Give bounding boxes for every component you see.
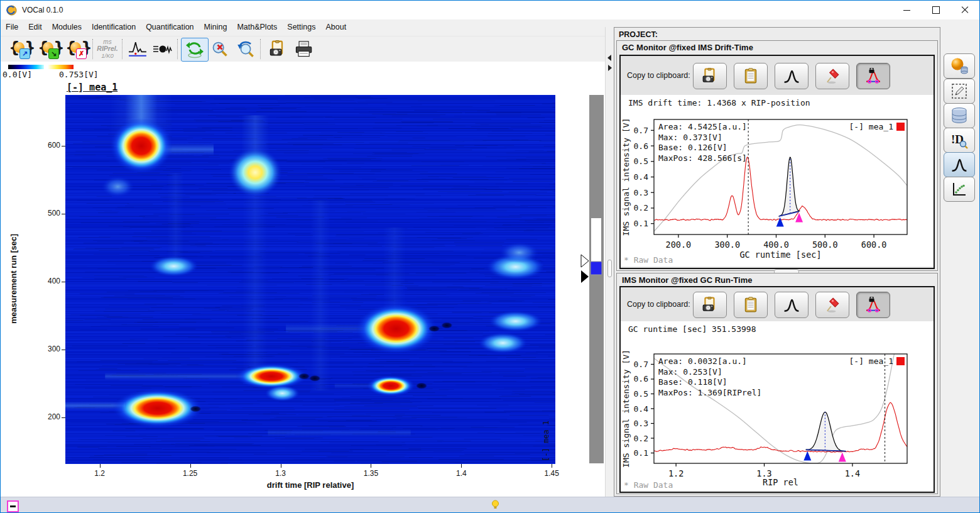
gc-monitor-box: Copy to clipboard: IMS drift time: 1.436… [619, 55, 935, 269]
menu-file[interactable]: File [1, 21, 23, 33]
svg-text:1.4: 1.4 [845, 468, 860, 478]
ims-spectrum-plot[interactable]: 0.10.20.30.40.50.60.71.21.31.4RIP relIMS… [621, 321, 934, 492]
slider-track[interactable] [589, 95, 604, 463]
svg-text:[-] mea_1: [-] mea_1 [849, 122, 893, 131]
title-bar: VOCal 0.1.0 [1, 1, 979, 19]
tick-label: 300 [36, 345, 60, 353]
svg-text:Area: 0.0032[a.u.]: Area: 0.0032[a.u.] [658, 356, 747, 366]
heatmap-title: [-] mea_1 [67, 82, 117, 93]
module-tab-strip: !D [941, 27, 979, 497]
tab-calibration[interactable] [944, 177, 975, 202]
upper-range-marker[interactable] [581, 255, 589, 267]
tick-mark [100, 464, 101, 468]
gc-ims-heatmap[interactable] [65, 95, 555, 464]
gc-lock-peak-button[interactable] [856, 63, 890, 89]
ims-plot-area[interactable]: GC runtime [sec] 351.53998 0.10.20.30.40… [621, 321, 934, 492]
menu-modules[interactable]: Modules [47, 21, 87, 33]
lower-range-marker[interactable] [581, 270, 589, 283]
maximize-button[interactable] [922, 1, 950, 19]
zoom-cancel-button[interactable] [207, 38, 233, 60]
tick-label: 200 [36, 412, 60, 421]
gc-copy-peak-button[interactable] [775, 63, 808, 89]
menu-mining[interactable]: Mining [199, 21, 232, 33]
tab-monitor-view[interactable] [944, 152, 975, 177]
heatmap-x-axis-label: drift time [RIP relative] [216, 480, 405, 490]
ims-lock-peak-button[interactable] [856, 292, 890, 318]
vocal-window: VOCal 0.1.0 FileEditModulesIdentificatio… [0, 0, 980, 513]
svg-text:GC runtime [sec]: GC runtime [sec] [739, 250, 821, 260]
svg-text:0.3: 0.3 [634, 419, 648, 428]
svg-text:0.1: 0.1 [634, 448, 648, 458]
slider-handle[interactable] [591, 262, 602, 275]
ims-copy-label: Copy to clipboard: [627, 300, 690, 309]
tick-mark [552, 464, 552, 468]
gc-pin-button[interactable] [815, 63, 849, 89]
splitter-grip[interactable] [607, 260, 612, 277]
minimize-button[interactable] [893, 1, 922, 19]
tab-project-data[interactable] [944, 53, 975, 79]
tick-label: 1.4 [447, 469, 475, 478]
svg-text:IMS signal intensity [V]: IMS signal intensity [V] [621, 118, 631, 236]
tick-label: 1.35 [357, 469, 384, 478]
screenshot-clipboard-button[interactable] [264, 38, 291, 60]
print-button[interactable] [290, 38, 317, 60]
toolbar-separator [177, 39, 178, 59]
heatmap-y-axis-label: measurement run [sec] [9, 216, 18, 342]
panel-splitter[interactable] [605, 27, 614, 497]
tab-database[interactable] [944, 103, 975, 128]
svg-text:Max: 0.373[V]: Max: 0.373[V] [658, 133, 722, 142]
spectrum-view-button[interactable] [124, 38, 151, 60]
close-button[interactable] [951, 1, 979, 19]
export-measurement-button[interactable]: {} ↗ [8, 38, 35, 60]
remove-measurement-button[interactable]: {} ✗ [65, 38, 91, 60]
svg-text:600.0: 600.0 [861, 240, 887, 250]
ms-riprel-indicator: ms RIPrel. 1/K0 [95, 37, 120, 61]
ims-monitor-title: IMS Monitor @fixed GC Run-Time [622, 275, 752, 285]
gc-copy-image-button[interactable] [693, 63, 727, 89]
pushpin-icon [824, 68, 841, 84]
calibration-chart-icon [951, 181, 967, 197]
ims-copy-image-button[interactable] [693, 292, 727, 318]
tick-label: 1.2 [86, 469, 114, 478]
gc-chromatogram-plot[interactable]: 0.10.20.30.40.50.60.7200.0300.0400.0500.… [621, 95, 934, 267]
tick-mark [371, 464, 371, 468]
pencil-select-icon [951, 83, 967, 99]
colorbar-max-label: 0.753[V] [59, 70, 99, 79]
peak-icon [783, 68, 800, 84]
import-measurement-button[interactable]: {} ↘ [37, 38, 63, 60]
menu-settings[interactable]: Settings [282, 21, 320, 33]
tab-annotate[interactable] [944, 79, 975, 104]
ims-pin-button[interactable] [815, 292, 849, 318]
camera-clipboard-icon [269, 40, 286, 58]
zoom-undo-icon [237, 40, 254, 58]
tick-mark [62, 350, 65, 350]
menu-math-plots[interactable]: Math&Plots [232, 21, 282, 33]
menu-quantification[interactable]: Quantification [141, 21, 199, 33]
signal-smoothing-button[interactable] [150, 38, 176, 60]
tick-mark [62, 214, 65, 214]
gc-plot-area[interactable]: IMS drift time: 1.4368 x RIP-position 0.… [621, 95, 934, 267]
ims-copy-peak-button[interactable] [775, 292, 808, 318]
ims-monitor-box: Copy to clipboard: GC runtime [sec] 351.… [619, 286, 935, 493]
refresh-view-button[interactable] [181, 38, 209, 62]
tab-identification[interactable]: !D [944, 128, 975, 153]
collapse-right-icon[interactable] [608, 65, 612, 71]
refresh-icon [185, 40, 205, 59]
ims-copy-data-button[interactable] [734, 292, 768, 318]
menu-edit[interactable]: Edit [23, 21, 47, 33]
svg-text:0.5: 0.5 [634, 157, 648, 166]
gc-copy-data-button[interactable] [734, 63, 768, 89]
status-minus-icon[interactable] [7, 500, 19, 512]
svg-text:MaxPos: 1.369[RIPrel]: MaxPos: 1.369[RIPrel] [658, 388, 761, 397]
lock-peak-icon [865, 297, 881, 313]
zoom-undo-button[interactable] [232, 38, 259, 60]
tick-mark [62, 282, 65, 282]
gc-copy-label: Copy to clipboard: [627, 71, 690, 80]
run-position-slider[interactable] [579, 94, 606, 466]
main-toolbar: {} ↗ {} ↘ {} ✗ ms RIPrel. 1/K0 [1, 36, 605, 63]
menu-identification[interactable]: Identification [87, 21, 141, 33]
arrow-up-right-icon: ↗ [19, 48, 30, 59]
collapse-left-icon[interactable] [607, 55, 611, 61]
svg-text:Max: 0.253[V]: Max: 0.253[V] [658, 367, 722, 377]
menu-about[interactable]: About [321, 21, 352, 33]
